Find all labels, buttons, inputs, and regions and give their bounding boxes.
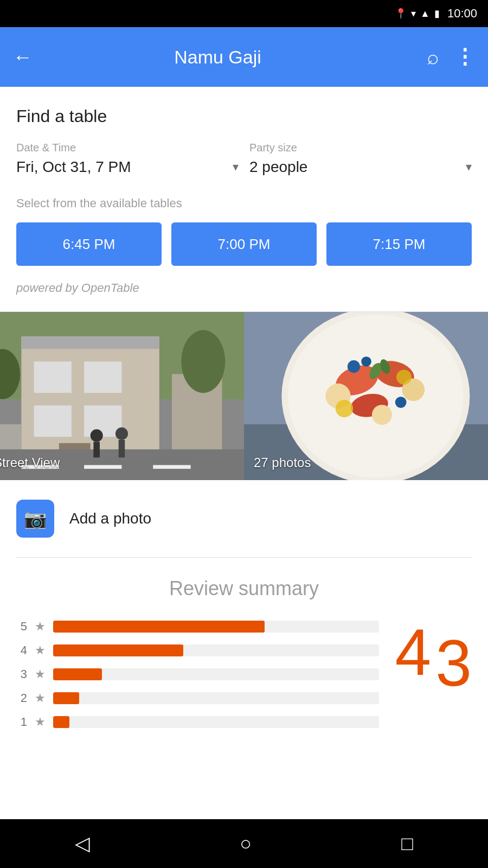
more-button[interactable]: ⋮ [454, 45, 475, 69]
big-rating-display: 4 3 [395, 620, 472, 695]
star-icon-5: ★ [35, 620, 46, 634]
rating-row-4: 4 ★ [16, 643, 379, 658]
rating-num-3: 3 [16, 667, 27, 681]
star-icon-3: ★ [35, 667, 46, 681]
party-size-chevron-down-icon: ▾ [466, 160, 472, 174]
time-slot-700[interactable]: 7:00 PM [171, 222, 317, 266]
star-icon-4: ★ [35, 643, 46, 658]
date-dropdown[interactable]: Fri, Oct 31, 7 PM ▾ [16, 158, 239, 180]
bar-fill-4 [53, 644, 183, 656]
party-size-value: 2 people [249, 158, 307, 176]
add-photo-label: Add a photo [69, 510, 151, 527]
party-size-selector-group: Party size 2 people ▾ [249, 142, 472, 180]
nav-home-button[interactable]: ○ [240, 832, 252, 855]
street-view-label: Street View [0, 455, 60, 470]
status-time: 10:00 [447, 7, 477, 21]
bar-bg-3 [53, 668, 379, 680]
camera-icon-wrap: 📷 [16, 500, 54, 538]
svg-rect-5 [84, 361, 121, 393]
status-icons: 📍 ▾ ▲ ▮ 10:00 [395, 7, 477, 21]
date-selector-group: Date & Time Fri, Oct 31, 7 PM ▾ [16, 142, 239, 180]
bar-fill-3 [53, 668, 102, 680]
rating-num-1: 1 [16, 715, 27, 729]
bar-fill-2 [53, 692, 79, 704]
date-label: Date & Time [16, 142, 239, 154]
rating-num-5: 5 [16, 620, 27, 634]
rating-row-5: 5 ★ [16, 620, 379, 634]
photos-row: Street View [0, 312, 488, 480]
svg-point-36 [336, 400, 353, 417]
star-icon-2: ★ [35, 691, 46, 705]
big-rating-number-4: 4 [395, 620, 432, 685]
review-summary-section: Review summary 5 ★ 4 ★ [0, 558, 488, 809]
bar-bg-4 [53, 644, 379, 656]
star-icon-1: ★ [35, 715, 46, 729]
signal-icon: ▲ [420, 8, 430, 20]
rating-num-4: 4 [16, 643, 27, 658]
selectors-row: Date & Time Fri, Oct 31, 7 PM ▾ Party si… [16, 142, 472, 180]
opentable-attribution: powered by OpenTable [16, 281, 472, 295]
svg-point-37 [396, 369, 412, 385]
nav-recent-button[interactable]: □ [401, 832, 413, 855]
wifi-icon: ▾ [411, 8, 416, 20]
time-slots: 6:45 PM 7:00 PM 7:15 PM [16, 222, 472, 266]
add-photo-row[interactable]: 📷 Add a photo [16, 480, 472, 558]
bar-bg-1 [53, 716, 379, 728]
app-bar-actions: ⌕ ⋮ [427, 45, 475, 69]
svg-point-11 [181, 330, 225, 393]
svg-rect-18 [93, 442, 100, 457]
date-chevron-down-icon: ▾ [233, 160, 239, 174]
location-pin-icon: 📍 [395, 8, 407, 20]
app-bar: ← Namu Gaji ⌕ ⋮ [0, 27, 488, 87]
svg-rect-16 [153, 465, 190, 469]
big-rating-number-3: 3 [435, 630, 472, 695]
svg-point-19 [115, 427, 128, 440]
svg-rect-6 [34, 405, 72, 437]
svg-rect-3 [21, 336, 159, 349]
svg-point-31 [348, 360, 360, 373]
rating-num-2: 2 [16, 691, 27, 705]
find-table-heading: Find a table [16, 106, 472, 126]
page-title: Namu Gaji [20, 47, 416, 68]
svg-point-32 [361, 356, 371, 367]
available-tables-label: Select from the available tables [16, 196, 472, 210]
svg-point-17 [91, 429, 103, 442]
svg-point-30 [372, 405, 392, 425]
svg-rect-4 [34, 361, 72, 393]
status-bar: 📍 ▾ ▲ ▮ 10:00 [0, 0, 488, 27]
find-table-section: Find a table Date & Time Fri, Oct 31, 7 … [16, 106, 472, 295]
svg-rect-20 [119, 440, 125, 457]
bar-fill-5 [53, 621, 265, 633]
street-view-tile[interactable]: Street View [0, 312, 244, 480]
battery-icon: ▮ [434, 8, 440, 20]
party-size-dropdown[interactable]: 2 people ▾ [249, 158, 472, 180]
rating-row-2: 2 ★ [16, 691, 379, 705]
nav-back-button[interactable]: ◁ [75, 832, 90, 855]
party-size-label: Party size [249, 142, 472, 154]
bar-bg-2 [53, 692, 379, 704]
review-summary-heading: Review summary [16, 577, 472, 600]
search-button[interactable]: ⌕ [427, 46, 439, 69]
time-slot-645[interactable]: 6:45 PM [16, 222, 162, 266]
svg-point-33 [395, 397, 407, 408]
time-slot-715[interactable]: 7:15 PM [326, 222, 472, 266]
bar-bg-5 [53, 621, 379, 633]
main-content: Find a table Date & Time Fri, Oct 31, 7 … [0, 87, 488, 312]
rating-row-1: 1 ★ [16, 715, 379, 729]
add-photo-section: 📷 Add a photo [0, 480, 488, 558]
food-photos-tile[interactable]: 27 photos [244, 312, 488, 480]
rating-row-3: 3 ★ [16, 667, 379, 681]
photos-count-label: 27 photos [254, 455, 311, 470]
nav-bar: ◁ ○ □ [0, 819, 488, 868]
svg-rect-15 [84, 465, 121, 469]
date-value: Fri, Oct 31, 7 PM [16, 158, 131, 176]
rating-bars: 5 ★ 4 ★ 3 ★ [16, 620, 379, 739]
review-content: 5 ★ 4 ★ 3 ★ [16, 620, 472, 739]
camera-icon: 📷 [24, 508, 47, 529]
bar-fill-1 [53, 716, 69, 728]
